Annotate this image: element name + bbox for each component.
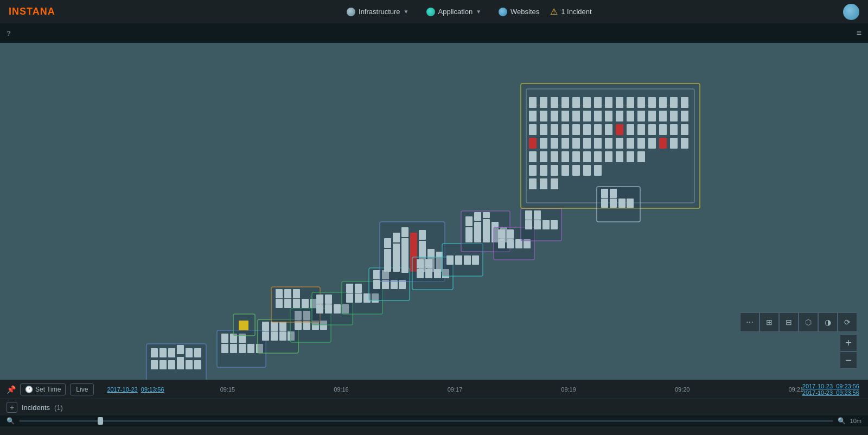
view-dark-button[interactable]: ◑ <box>818 312 838 332</box>
svg-rect-163 <box>681 111 688 121</box>
view-table-button[interactable]: ⊟ <box>779 312 799 332</box>
timeline-start-time[interactable]: 09:13:56 <box>141 386 164 393</box>
svg-rect-113 <box>542 220 550 229</box>
view-grid-button[interactable]: ⊞ <box>760 312 779 332</box>
svg-rect-141 <box>605 124 612 135</box>
svg-rect-17 <box>239 344 246 353</box>
timeline-start: 2017-10-23 09:13:56 <box>107 386 164 393</box>
svg-rect-5 <box>177 357 184 369</box>
timeline-mark-1: 09:15 <box>171 386 285 393</box>
nav-websites-label: Websites <box>510 8 539 16</box>
svg-rect-78 <box>384 238 391 248</box>
set-time-button[interactable]: 🕐 Set Time <box>20 383 66 395</box>
svg-rect-7 <box>194 360 201 369</box>
svg-rect-156 <box>605 111 612 121</box>
timeline-mark-2: 09:16 <box>284 386 398 393</box>
svg-rect-142 <box>616 124 623 135</box>
svg-rect-87 <box>417 259 424 268</box>
svg-rect-24 <box>239 321 248 330</box>
svg-rect-62 <box>355 284 362 293</box>
timeline-pin-icon: 📌 <box>7 385 16 394</box>
nav-application-label: Application <box>438 8 473 16</box>
svg-rect-124 <box>583 138 591 149</box>
scrubber-track[interactable] <box>19 420 833 422</box>
svg-rect-120 <box>540 138 547 149</box>
svg-rect-178 <box>681 97 688 108</box>
nav-websites[interactable]: Websites <box>492 4 546 20</box>
nav-incident[interactable]: ⚠ 1 Incident <box>550 7 591 17</box>
svg-rect-44 <box>302 299 309 308</box>
svg-rect-108 <box>498 229 505 239</box>
svg-rect-199 <box>551 178 558 189</box>
svg-rect-195 <box>583 165 591 176</box>
map-controls: ⋯ ⊞ ⊟ ⬡ ◑ ⟳ + − <box>740 312 857 369</box>
svg-rect-32 <box>279 322 286 331</box>
svg-rect-166 <box>551 97 558 108</box>
svg-rect-173 <box>627 97 634 108</box>
zoom-out-icon[interactable]: 🔍 <box>7 417 15 425</box>
svg-rect-102 <box>483 212 490 218</box>
svg-rect-175 <box>648 97 656 108</box>
svg-rect-11 <box>177 345 184 354</box>
svg-rect-122 <box>561 138 569 149</box>
svg-rect-162 <box>670 111 678 121</box>
svg-rect-167 <box>561 97 569 108</box>
svg-rect-20 <box>221 334 228 343</box>
timeline-bottom-bar: + Incidents (1) <box>0 399 868 415</box>
zoom-in-button[interactable]: + <box>840 334 857 351</box>
timeline-end-date2: 2017-10-23 <box>802 389 833 396</box>
svg-rect-151 <box>551 111 558 121</box>
svg-rect-159 <box>637 111 645 121</box>
svg-rect-115 <box>525 210 532 220</box>
svg-rect-55 <box>325 295 332 304</box>
svg-rect-130 <box>648 138 656 149</box>
svg-rect-197 <box>529 178 537 189</box>
svg-rect-6 <box>186 360 193 369</box>
add-button[interactable]: + <box>7 402 17 413</box>
svg-rect-205 <box>601 189 608 198</box>
live-button[interactable]: Live <box>70 383 94 395</box>
view-history-button[interactable]: ⟳ <box>838 312 857 332</box>
incidents-count: (1) <box>54 404 63 412</box>
svg-rect-139 <box>583 124 591 135</box>
svg-rect-201 <box>601 199 608 208</box>
timeline-mark-4: 09:19 <box>512 386 626 393</box>
nav-infrastructure[interactable]: Infrastructure ▼ <box>340 4 416 20</box>
svg-rect-81 <box>419 230 426 240</box>
svg-rect-183 <box>572 151 580 162</box>
svg-rect-144 <box>637 124 645 135</box>
svg-rect-147 <box>670 124 678 135</box>
svg-rect-153 <box>572 111 580 121</box>
svg-rect-148 <box>681 124 688 135</box>
svg-rect-171 <box>605 97 612 108</box>
svg-rect-143 <box>627 124 634 135</box>
nav-application[interactable]: Application ▼ <box>420 4 488 20</box>
svg-rect-84 <box>425 269 432 278</box>
clock-icon: 🕐 <box>25 386 33 393</box>
search-input[interactable] <box>15 29 852 37</box>
zoom-out-button[interactable]: − <box>840 351 857 369</box>
user-avatar[interactable] <box>843 4 859 20</box>
svg-rect-187 <box>616 151 623 162</box>
svg-rect-2 <box>151 360 158 369</box>
svg-rect-121 <box>551 138 558 149</box>
help-icon[interactable]: ? <box>7 29 11 37</box>
zoom-in-icon[interactable]: 🔍 <box>838 417 846 425</box>
svg-rect-52 <box>334 304 341 314</box>
timeline-end-time[interactable]: 09:23:56 <box>836 383 859 389</box>
svg-rect-186 <box>605 151 612 162</box>
svg-rect-105 <box>507 239 514 248</box>
svg-rect-161 <box>659 111 667 121</box>
timeline-end-time2[interactable]: 09:23:56 <box>836 389 859 396</box>
svg-rect-58 <box>355 293 362 303</box>
view-dots-button[interactable]: ⋯ <box>740 312 760 332</box>
svg-rect-71 <box>384 249 391 272</box>
view-tag-button[interactable]: ⬡ <box>799 312 818 332</box>
svg-rect-170 <box>594 97 602 108</box>
svg-rect-172 <box>616 97 623 108</box>
svg-rect-83 <box>417 269 424 278</box>
svg-rect-85 <box>434 269 441 278</box>
menu-icon[interactable]: ≡ <box>857 28 861 38</box>
svg-rect-198 <box>540 178 547 189</box>
scrubber-thumb[interactable] <box>98 417 103 425</box>
